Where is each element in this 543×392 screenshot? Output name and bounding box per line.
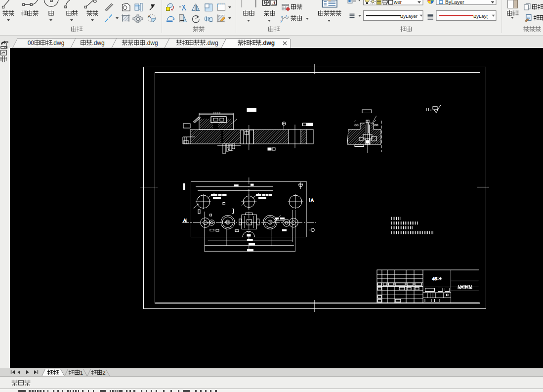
svg-text:.dwg: .dwg <box>261 40 275 46</box>
svg-text:y: y <box>281 19 283 23</box>
svg-text:45: 45 <box>432 276 437 281</box>
svg-text:x: x <box>286 14 288 17</box>
svg-text:2: 2 <box>102 370 105 376</box>
svg-text:A: A <box>148 14 151 19</box>
svg-text:.dwg: .dwg <box>92 40 104 46</box>
svg-text:00: 00 <box>28 40 35 46</box>
svg-text:.1: .1 <box>272 0 276 5</box>
svg-text:A: A <box>311 198 314 203</box>
svg-text:.dwg: .dwg <box>206 40 218 46</box>
svg-text:A: A <box>183 218 186 223</box>
svg-text:.dwg: .dwg <box>145 40 158 46</box>
svg-text:wer: wer <box>393 0 402 5</box>
svg-text:1: 1 <box>80 370 83 376</box>
svg-text:ByLayer: ByLayer <box>400 13 418 19</box>
svg-text:ByLay(: ByLay( <box>473 13 488 19</box>
svg-text:ByLayer: ByLayer <box>445 0 464 5</box>
svg-text:.dwg: .dwg <box>52 40 64 46</box>
